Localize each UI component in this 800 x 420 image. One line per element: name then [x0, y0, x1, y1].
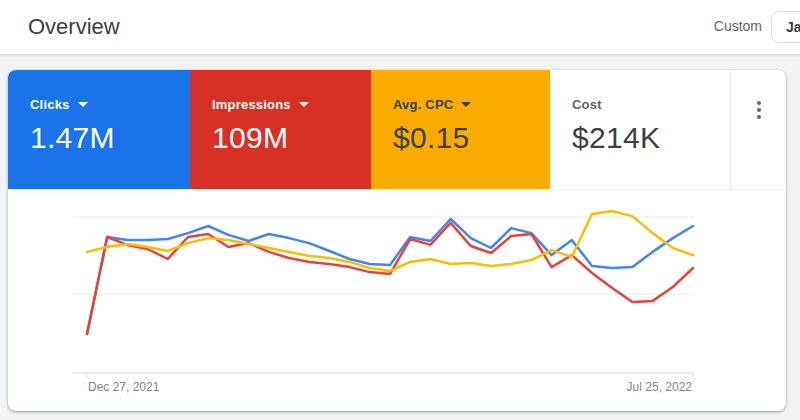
x-axis-label-end: Jul 25, 2022 [627, 380, 692, 394]
scorecard-label: Avg. CPC [393, 97, 550, 112]
chart-canvas[interactable] [8, 195, 786, 411]
scorecard-value: 1.47M [30, 121, 190, 155]
top-app-bar: Overview Custom Ja [0, 0, 800, 55]
scorecard-label-text: Cost [572, 97, 602, 112]
scorecard-value: $0.15 [393, 121, 550, 155]
chevron-down-icon[interactable] [78, 102, 88, 107]
scorecard-label-text: Impressions [212, 97, 291, 112]
scorecard-value: $214K [572, 121, 730, 155]
scorecard-row: Clicks 1.47M Impressions 109M Avg. CPC $… [8, 70, 786, 190]
page-title: Overview [28, 0, 120, 54]
scorecard-label-text: Clicks [30, 97, 70, 112]
scorecard-label: Cost [572, 97, 730, 112]
scorecard-impressions[interactable]: Impressions 109M [190, 70, 371, 190]
overview-card: Clicks 1.47M Impressions 109M Avg. CPC $… [8, 70, 786, 411]
chevron-down-icon[interactable] [461, 102, 471, 107]
date-range-button[interactable]: Ja [771, 11, 800, 43]
scorecard-value: 109M [212, 121, 371, 155]
chart-series-group [87, 211, 693, 334]
card-menu-strip [730, 70, 786, 190]
chevron-down-icon[interactable] [299, 102, 309, 107]
chart-line-impressions [87, 223, 693, 334]
scorecard-label: Clicks [30, 97, 190, 112]
performance-line-chart[interactable]: Dec 27, 2021 Jul 25, 2022 [8, 195, 786, 411]
chart-line-clicks [87, 219, 693, 334]
scorecard-avg-cpc[interactable]: Avg. CPC $0.15 [371, 70, 550, 190]
scorecard-cost[interactable]: Cost $214K [550, 70, 730, 190]
chart-line-avg-cpc [87, 211, 693, 271]
x-axis-label-start: Dec 27, 2021 [88, 380, 159, 394]
date-range-custom-label: Custom [714, 0, 762, 52]
scorecard-clicks[interactable]: Clicks 1.47M [8, 70, 190, 190]
scorecard-label: Impressions [212, 97, 371, 112]
kebab-menu-icon[interactable] [753, 97, 765, 123]
scorecard-label-text: Avg. CPC [393, 97, 453, 112]
